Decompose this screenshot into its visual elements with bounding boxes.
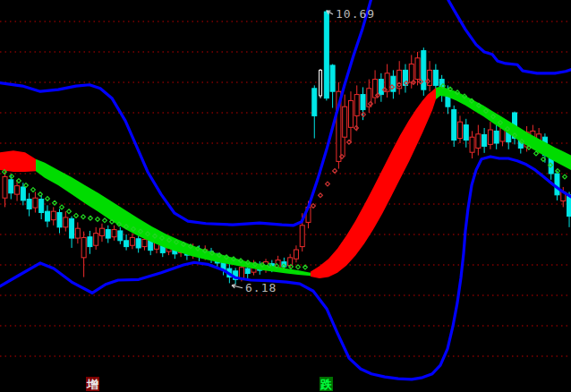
signal-label-fall: 跌	[320, 377, 333, 391]
signal-label-add: 增	[86, 377, 99, 391]
price-annotation-low: 6.18	[245, 281, 277, 294]
candlestick-chart-canvas[interactable]	[0, 0, 571, 392]
stock-chart-window: 10.69 6.18 增 跌	[0, 0, 571, 392]
price-annotation-peak: 10.69	[336, 7, 375, 21]
